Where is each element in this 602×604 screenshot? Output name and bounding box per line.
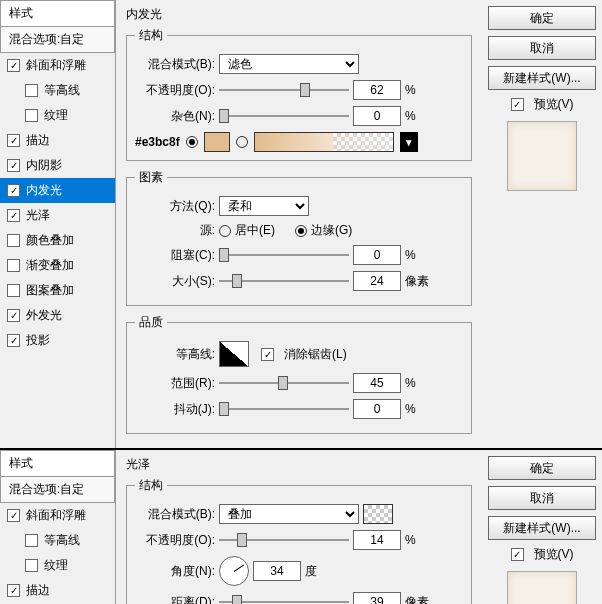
style-checkbox[interactable] bbox=[7, 259, 20, 272]
opacity-input[interactable] bbox=[353, 530, 401, 550]
angle-input[interactable] bbox=[253, 561, 301, 581]
blend-options-item[interactable]: 混合选项:自定 bbox=[0, 477, 115, 503]
style-checkbox[interactable] bbox=[7, 134, 20, 147]
style-checkbox[interactable] bbox=[25, 109, 38, 122]
style-label: 颜色叠加 bbox=[26, 232, 74, 249]
gradient-preview[interactable] bbox=[254, 132, 394, 152]
style-label: 描边 bbox=[26, 132, 50, 149]
jitter-slider[interactable] bbox=[219, 400, 349, 418]
cancel-button[interactable]: 取消 bbox=[488, 486, 596, 510]
color-swatch[interactable] bbox=[204, 132, 230, 152]
style-item-描边[interactable]: 描边 bbox=[0, 578, 115, 603]
style-checkbox[interactable] bbox=[25, 534, 38, 547]
blend-options-item[interactable]: 混合选项:自定 bbox=[0, 27, 115, 53]
style-checkbox[interactable] bbox=[25, 84, 38, 97]
style-checkbox[interactable] bbox=[7, 284, 20, 297]
style-checkbox[interactable] bbox=[7, 309, 20, 322]
distance-input[interactable] bbox=[353, 592, 401, 604]
style-checkbox[interactable] bbox=[7, 509, 20, 522]
new-style-button[interactable]: 新建样式(W)... bbox=[488, 516, 596, 540]
style-checkbox[interactable] bbox=[7, 209, 20, 222]
style-checkbox[interactable] bbox=[7, 234, 20, 247]
preview-checkbox[interactable] bbox=[511, 548, 524, 561]
blend-mode-label: 混合模式(B): bbox=[135, 506, 215, 523]
style-item-内发光[interactable]: 内发光 bbox=[0, 178, 115, 203]
opacity-slider[interactable] bbox=[219, 81, 349, 99]
satin-color-swatch[interactable] bbox=[363, 504, 393, 524]
style-checkbox[interactable] bbox=[7, 59, 20, 72]
structure-group: 结构 混合模式(B): 叠加 不透明度(O): % 角度(N): 度 距离(D)… bbox=[126, 477, 472, 604]
distance-slider[interactable] bbox=[219, 593, 349, 604]
opacity-slider[interactable] bbox=[219, 531, 349, 549]
ok-button[interactable]: 确定 bbox=[488, 6, 596, 30]
style-item-等高线[interactable]: 等高线 bbox=[0, 78, 115, 103]
style-checkbox[interactable] bbox=[7, 584, 20, 597]
styles-panel: 样式 混合选项:自定 斜面和浮雕等高线纹理描边内阴影内发光光泽 bbox=[0, 450, 116, 604]
style-label: 内阴影 bbox=[26, 157, 62, 174]
style-label: 光泽 bbox=[26, 207, 50, 224]
style-label: 外发光 bbox=[26, 307, 62, 324]
range-slider[interactable] bbox=[219, 374, 349, 392]
blend-mode-select[interactable]: 滤色 bbox=[219, 54, 359, 74]
style-item-斜面和浮雕[interactable]: 斜面和浮雕 bbox=[0, 53, 115, 78]
structure-legend: 结构 bbox=[135, 477, 167, 494]
technique-select[interactable]: 柔和 bbox=[219, 196, 309, 216]
size-slider[interactable] bbox=[219, 272, 349, 290]
antialias-checkbox[interactable] bbox=[261, 348, 274, 361]
style-item-外发光[interactable]: 外发光 bbox=[0, 303, 115, 328]
style-item-光泽[interactable]: 光泽 bbox=[0, 203, 115, 228]
range-input[interactable] bbox=[353, 373, 401, 393]
quality-legend: 品质 bbox=[135, 314, 167, 331]
style-item-图案叠加[interactable]: 图案叠加 bbox=[0, 278, 115, 303]
section-title: 内发光 bbox=[126, 6, 472, 23]
gradient-dropdown-icon[interactable]: ▼ bbox=[400, 132, 418, 152]
style-checkbox[interactable] bbox=[7, 159, 20, 172]
preview-checkbox[interactable] bbox=[511, 98, 524, 111]
main-panel: 光泽 结构 混合模式(B): 叠加 不透明度(O): % 角度(N): 度 距 bbox=[116, 450, 482, 604]
style-item-纹理[interactable]: 纹理 bbox=[0, 553, 115, 578]
choke-slider[interactable] bbox=[219, 246, 349, 264]
percent-unit: % bbox=[405, 248, 433, 262]
noise-input[interactable] bbox=[353, 106, 401, 126]
style-item-渐变叠加[interactable]: 渐变叠加 bbox=[0, 253, 115, 278]
style-checkbox[interactable] bbox=[7, 184, 20, 197]
gradient-radio[interactable] bbox=[236, 136, 248, 148]
style-checkbox[interactable] bbox=[7, 334, 20, 347]
style-label: 描边 bbox=[26, 582, 50, 599]
jitter-label: 抖动(J): bbox=[135, 401, 215, 418]
source-edge-label: 边缘(G) bbox=[311, 222, 352, 239]
ok-button[interactable]: 确定 bbox=[488, 456, 596, 480]
opacity-label: 不透明度(O): bbox=[135, 82, 215, 99]
right-panel: 确定 取消 新建样式(W)... 预览(V) bbox=[482, 0, 602, 448]
style-checkbox[interactable] bbox=[25, 559, 38, 572]
noise-slider[interactable] bbox=[219, 107, 349, 125]
source-edge-radio[interactable] bbox=[295, 225, 307, 237]
structure-group: 结构 混合模式(B): 滤色 不透明度(O): % 杂色(N): % #e3bc… bbox=[126, 27, 472, 161]
style-item-颜色叠加[interactable]: 颜色叠加 bbox=[0, 228, 115, 253]
style-item-纹理[interactable]: 纹理 bbox=[0, 103, 115, 128]
preview-label: 预览(V) bbox=[534, 96, 574, 113]
section-title: 光泽 bbox=[126, 456, 472, 473]
style-item-投影[interactable]: 投影 bbox=[0, 328, 115, 353]
style-item-斜面和浮雕[interactable]: 斜面和浮雕 bbox=[0, 503, 115, 528]
opacity-input[interactable] bbox=[353, 80, 401, 100]
source-center-label: 居中(E) bbox=[235, 222, 275, 239]
size-input[interactable] bbox=[353, 271, 401, 291]
contour-picker[interactable] bbox=[219, 341, 249, 367]
new-style-button[interactable]: 新建样式(W)... bbox=[488, 66, 596, 90]
choke-input[interactable] bbox=[353, 245, 401, 265]
style-label: 投影 bbox=[26, 332, 50, 349]
style-item-内阴影[interactable]: 内阴影 bbox=[0, 153, 115, 178]
style-item-描边[interactable]: 描边 bbox=[0, 128, 115, 153]
color-radio[interactable] bbox=[186, 136, 198, 148]
style-item-等高线[interactable]: 等高线 bbox=[0, 528, 115, 553]
jitter-input[interactable] bbox=[353, 399, 401, 419]
quality-group: 品质 等高线: 消除锯齿(L) 范围(R): % 抖动(J): % bbox=[126, 314, 472, 434]
source-center-radio[interactable] bbox=[219, 225, 231, 237]
preview-thumbnail bbox=[507, 121, 577, 191]
angle-dial[interactable] bbox=[219, 556, 249, 586]
hex-annotation: #e3bc8f bbox=[135, 135, 180, 149]
size-label: 大小(S): bbox=[135, 273, 215, 290]
cancel-button[interactable]: 取消 bbox=[488, 36, 596, 60]
blend-mode-select[interactable]: 叠加 bbox=[219, 504, 359, 524]
